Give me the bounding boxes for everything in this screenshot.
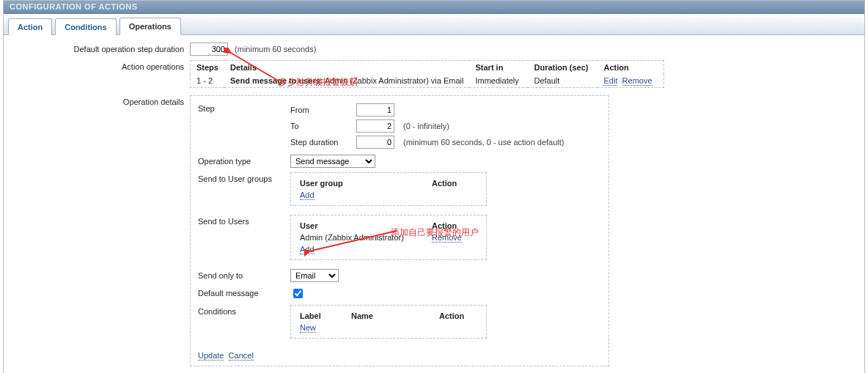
ops-col-startin: Start in xyxy=(469,61,528,75)
to-input[interactable] xyxy=(356,119,394,133)
conditions-new[interactable]: New xyxy=(300,323,316,333)
tabs-row: Action Conditions Operations xyxy=(4,14,864,35)
user-group-add[interactable]: Add xyxy=(300,191,315,200)
to-hint: (0 - infinitely) xyxy=(403,122,449,130)
default-step-duration-label: Default operation step duration xyxy=(10,43,190,56)
svg-line-0 xyxy=(229,52,279,81)
send-only-to-select[interactable]: Email xyxy=(290,269,339,282)
conditions-label: Conditions xyxy=(198,305,290,316)
conditions-col2: Name xyxy=(348,310,436,322)
operation-details-label: Operation details xyxy=(10,95,190,366)
users-col2: Action xyxy=(429,220,480,232)
ops-col-action: Action xyxy=(597,61,663,75)
to-label: To xyxy=(290,118,356,134)
step-label: Step xyxy=(198,102,290,113)
step-duration-label: Step duration xyxy=(290,134,356,150)
from-input[interactable] xyxy=(356,103,394,117)
ops-row-remove[interactable]: Remove xyxy=(622,76,652,86)
step-duration-input[interactable] xyxy=(356,136,394,149)
ops-row-duration: Default xyxy=(528,74,597,88)
ops-row-details-rest: Admin (Zabbix Administrator) via Email xyxy=(323,76,464,85)
ops-row-edit[interactable]: Edit xyxy=(603,76,617,86)
send-to-users-label: Send to Users xyxy=(198,215,290,226)
send-only-to-label: Send only to xyxy=(198,269,290,280)
from-label: From xyxy=(290,102,356,118)
tab-conditions[interactable]: Conditions xyxy=(55,18,116,35)
user-group-box: User group Action Add xyxy=(290,172,487,206)
operation-type-label: Operation type xyxy=(198,155,290,166)
details-update[interactable]: Update xyxy=(198,351,224,361)
user-group-col2: Action xyxy=(429,177,480,189)
user-group-col1: User group xyxy=(297,177,429,189)
ops-col-steps: Steps xyxy=(191,61,224,75)
ops-col-duration: Duration (sec) xyxy=(528,61,597,75)
default-message-checkbox[interactable] xyxy=(293,289,303,298)
ops-row-steps: 1 - 2 xyxy=(191,74,224,88)
details-cancel[interactable]: Cancel xyxy=(229,351,254,361)
svg-line-1 xyxy=(309,231,397,251)
ops-row-startin: Immediately xyxy=(469,74,528,88)
tab-action[interactable]: Action xyxy=(8,18,52,35)
tab-operations[interactable]: Operations xyxy=(119,18,181,35)
conditions-col1: Label xyxy=(297,310,348,322)
conditions-col3: Action xyxy=(436,310,480,322)
step-duration-hint: (minimum 60 seconds, 0 - use action defa… xyxy=(403,138,564,147)
default-message-label: Default message xyxy=(198,287,290,298)
default-step-duration-input[interactable] xyxy=(190,43,228,56)
operation-details-box: Step From To xyxy=(190,95,609,366)
users-row-remove[interactable]: Remove xyxy=(432,233,462,243)
page-header: CONFIGURATION OF ACTIONS xyxy=(4,1,864,14)
operation-type-select[interactable]: Send message xyxy=(290,155,375,168)
action-operations-label: Action operations xyxy=(10,60,190,88)
send-to-user-groups-label: Send to User groups xyxy=(198,172,290,183)
conditions-box: Label Name Action New xyxy=(290,305,487,339)
